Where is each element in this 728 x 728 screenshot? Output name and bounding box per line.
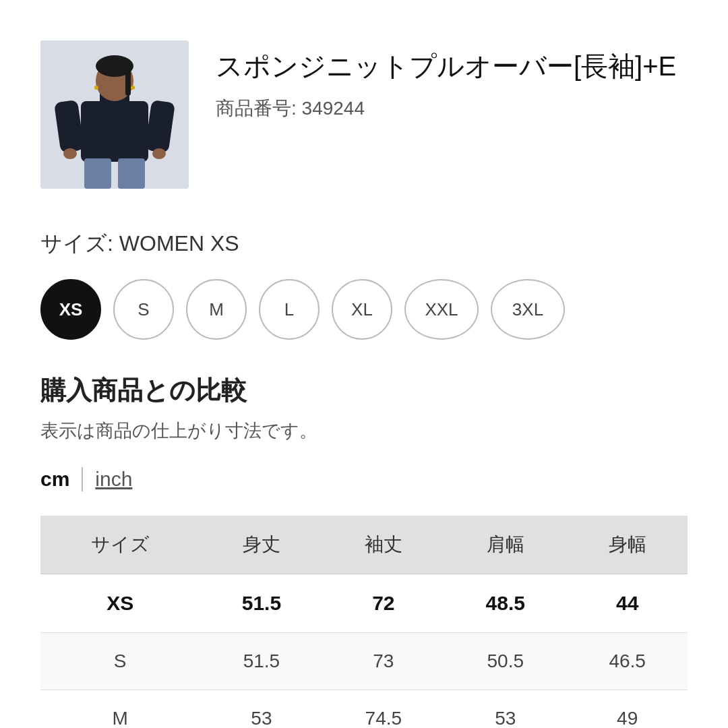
cell-size: S (40, 633, 200, 690)
table-row: XS 51.5 72 48.5 44 (40, 574, 688, 633)
product-header: スポンジニットプルオーバー[長袖]+E 商品番号: 349244 (40, 40, 688, 189)
svg-point-13 (131, 86, 135, 90)
col-header-shintake: 身丈 (200, 516, 323, 574)
size-button-s[interactable]: S (113, 279, 174, 340)
page-container: スポンジニットプルオーバー[長袖]+E 商品番号: 349244 サイズ: WO… (0, 0, 728, 728)
unit-divider (82, 467, 83, 491)
cell-katahaba: 48.5 (444, 574, 567, 633)
table-row: S 51.5 73 50.5 46.5 (40, 633, 688, 690)
cell-sodedake: 74.5 (324, 690, 444, 729)
svg-rect-5 (125, 69, 131, 96)
svg-point-12 (94, 86, 98, 90)
cell-mihaba: 49 (567, 690, 688, 729)
col-header-size: サイズ (40, 516, 200, 574)
size-buttons: XS S M L XL XXL 3XL (40, 279, 688, 340)
cell-shintake: 53 (200, 690, 323, 729)
col-header-katahaba: 肩幅 (444, 516, 567, 574)
unit-inch-button[interactable]: inch (95, 468, 132, 491)
compare-title: 購入商品との比較 (40, 373, 688, 408)
product-title: スポンジニットプルオーバー[長袖]+E (216, 47, 676, 85)
product-number-value: 349244 (302, 98, 365, 119)
size-button-3xl[interactable]: 3XL (491, 279, 565, 340)
svg-point-10 (63, 148, 77, 159)
unit-cm-button[interactable]: cm (40, 468, 69, 491)
svg-rect-8 (84, 158, 111, 189)
size-button-xl[interactable]: XL (332, 279, 392, 340)
svg-point-11 (152, 148, 166, 159)
size-button-xxl[interactable]: XXL (404, 279, 479, 340)
size-table: サイズ 身丈 袖丈 肩幅 身幅 XS 51.5 72 48.5 44 S 51. (40, 516, 688, 728)
size-button-l[interactable]: L (259, 279, 320, 340)
cell-size: M (40, 690, 200, 729)
cell-size: XS (40, 574, 200, 633)
cell-mihaba: 46.5 (567, 633, 688, 690)
cell-shintake: 51.5 (200, 574, 323, 633)
compare-section: 購入商品との比較 表示は商品の仕上がり寸法です。 cm inch サイズ 身丈 … (40, 373, 688, 728)
size-button-xs[interactable]: XS (40, 279, 101, 340)
cell-katahaba: 53 (444, 690, 567, 729)
col-header-mihaba: 身幅 (567, 516, 688, 574)
col-header-sodedake: 袖丈 (324, 516, 444, 574)
cell-sodedake: 72 (324, 574, 444, 633)
svg-rect-9 (118, 158, 145, 189)
svg-rect-1 (81, 101, 148, 162)
compare-desc: 表示は商品の仕上がり寸法です。 (40, 419, 688, 443)
product-number: 商品番号: 349244 (216, 96, 676, 121)
cell-sodedake: 73 (324, 633, 444, 690)
cell-shintake: 51.5 (200, 633, 323, 690)
product-info: スポンジニットプルオーバー[長袖]+E 商品番号: 349244 (216, 40, 676, 121)
cell-katahaba: 50.5 (444, 633, 567, 690)
unit-switcher: cm inch (40, 467, 688, 491)
table-header-row: サイズ 身丈 袖丈 肩幅 身幅 (40, 516, 688, 574)
product-image (40, 40, 189, 189)
size-button-m[interactable]: M (186, 279, 247, 340)
size-label: サイズ: WOMEN XS (40, 229, 688, 259)
cell-mihaba: 44 (567, 574, 688, 633)
product-number-label: 商品番号: (216, 98, 297, 119)
table-row: M 53 74.5 53 49 (40, 690, 688, 729)
size-section: サイズ: WOMEN XS XS S M L XL XXL 3XL (40, 229, 688, 340)
